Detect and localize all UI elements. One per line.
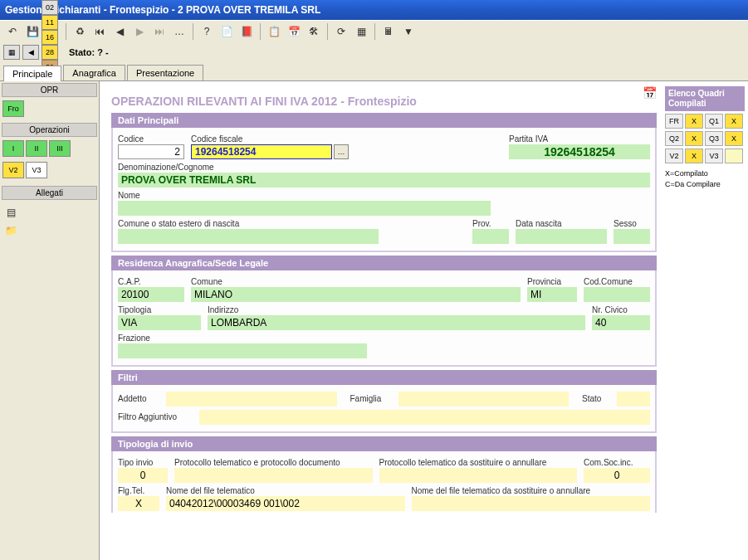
- comune-input[interactable]: MILANO: [191, 287, 521, 302]
- quadro-cell[interactable]: V2: [665, 149, 683, 163]
- addetto-input[interactable]: [166, 392, 337, 407]
- sub-q28[interactable]: 28: [42, 45, 58, 60]
- calc-icon[interactable]: 🖩: [379, 22, 398, 41]
- provincia-label: Provincia: [527, 277, 577, 286]
- quadro-cell[interactable]: X: [725, 131, 743, 146]
- clipboard-icon[interactable]: 📋: [265, 22, 283, 41]
- tab-presentazione[interactable]: Presentazione: [127, 65, 203, 80]
- filtroagg-label: Filtro Aggiuntivo: [118, 412, 193, 421]
- statof-input[interactable]: [617, 392, 650, 407]
- quadro-cell[interactable]: Q2: [665, 131, 683, 146]
- dropdown-icon[interactable]: ▦: [352, 22, 370, 41]
- next-icon[interactable]: ▶: [130, 22, 149, 41]
- v-button-V3[interactable]: V3: [26, 162, 47, 178]
- help-icon[interactable]: ?: [198, 22, 216, 41]
- indirizzo-label: Indirizzo: [208, 305, 585, 314]
- sub-grid-icon[interactable]: ▦: [3, 45, 20, 60]
- tools-icon[interactable]: 🛠: [305, 22, 323, 41]
- allegati-folder-icon[interactable]: 📁: [2, 222, 20, 240]
- indirizzo-input[interactable]: LOMBARDA: [208, 315, 585, 330]
- data-nasc-label: Data nascita: [516, 219, 607, 228]
- quadro-cell[interactable]: X: [685, 149, 703, 163]
- more-icon[interactable]: …: [170, 22, 188, 41]
- page-calendar-icon[interactable]: 📅: [643, 86, 657, 100]
- comsoc-input[interactable]: 0: [584, 468, 650, 483]
- sub-q11[interactable]: 11: [42, 15, 58, 30]
- codice-input[interactable]: 2: [118, 144, 184, 159]
- data-nasc-input[interactable]: [516, 229, 607, 244]
- quadro-cell[interactable]: X: [725, 114, 743, 129]
- allegati-list-icon[interactable]: ▤: [2, 203, 20, 222]
- frazione-label: Frazione: [118, 334, 367, 343]
- left-pane: OPR Fro Operazioni IIIIII V2V3 Allegati …: [0, 81, 100, 560]
- fro-button[interactable]: Fro: [2, 100, 24, 117]
- comune-nasc-input[interactable]: [118, 229, 379, 244]
- filtroagg-input[interactable]: [199, 410, 650, 425]
- civico-label: Nr. Civico: [592, 305, 650, 314]
- tab-principale[interactable]: Principale: [3, 66, 61, 81]
- calendar-icon[interactable]: 📅: [285, 22, 303, 41]
- refresh-icon[interactable]: ♻: [71, 22, 89, 41]
- operazioni-header: Operazioni: [2, 123, 97, 137]
- prot-sost-input[interactable]: [379, 468, 578, 483]
- comune-label: Comune: [191, 277, 521, 286]
- quadro-cell[interactable]: V3: [705, 149, 723, 163]
- nomefile-input[interactable]: 04042012\00003469 001\002: [166, 496, 405, 511]
- nomefile-sost-input[interactable]: [412, 496, 651, 511]
- section-residenza: Residenza Anagrafica/Sede Legale: [111, 256, 657, 270]
- sub-q16[interactable]: 16: [42, 30, 58, 45]
- cap-input[interactable]: 20100: [118, 287, 184, 302]
- v-button-V2[interactable]: V2: [2, 162, 24, 178]
- quadro-cell[interactable]: Q1: [705, 114, 723, 129]
- comune-nasc-label: Comune o stato estero di nascita: [118, 219, 466, 228]
- flgtel-input[interactable]: X: [118, 496, 159, 511]
- sync-icon[interactable]: ⟳: [332, 22, 350, 41]
- quadro-cell[interactable]: X: [685, 131, 703, 146]
- addetto-label: Addetto: [118, 394, 159, 403]
- tipo-invio-input[interactable]: 0: [118, 468, 168, 483]
- first-icon[interactable]: ⏮: [90, 22, 109, 41]
- sesso-label: Sesso: [614, 219, 650, 228]
- codcomune-label: Cod.Comune: [584, 277, 650, 286]
- famiglia-input[interactable]: [398, 392, 570, 407]
- cf-lookup-button[interactable]: …: [334, 144, 349, 159]
- book-icon[interactable]: 📕: [237, 22, 256, 41]
- codcomune-input[interactable]: [584, 287, 650, 302]
- quadro-cell[interactable]: [725, 149, 743, 163]
- quadro-cell[interactable]: FR: [665, 114, 683, 129]
- quadro-cell[interactable]: X: [685, 114, 703, 129]
- nome-input[interactable]: [118, 201, 491, 216]
- op-button-III[interactable]: III: [49, 140, 71, 157]
- denom-input[interactable]: PROVA OVER TREMILA SRL: [118, 173, 650, 187]
- prov-nasc-input[interactable]: [472, 229, 509, 244]
- allegati-header: Allegati: [2, 186, 97, 200]
- cf-input[interactable]: 19264518254: [191, 144, 332, 159]
- nomefile-label: Nome del file telematico: [166, 486, 405, 495]
- separator: [193, 23, 193, 40]
- quadro-cell[interactable]: Q3: [705, 131, 723, 146]
- provincia-input[interactable]: MI: [527, 287, 577, 302]
- separator: [66, 23, 66, 40]
- op-button-I[interactable]: I: [2, 140, 24, 157]
- undo-icon[interactable]: ↶: [3, 22, 22, 41]
- opr-header: OPR: [2, 83, 97, 97]
- last-icon[interactable]: ⏭: [150, 22, 169, 41]
- prot-tel-input[interactable]: [174, 468, 373, 483]
- sub-q02[interactable]: 02: [42, 0, 58, 15]
- section-filtri: Filtri: [111, 370, 657, 385]
- down-icon[interactable]: ▼: [399, 22, 418, 41]
- sub-left-icon[interactable]: ◀: [22, 45, 39, 60]
- civico-input[interactable]: 40: [592, 315, 650, 330]
- save-icon[interactable]: 💾: [23, 22, 42, 41]
- prev-icon[interactable]: ◀: [110, 22, 129, 41]
- tipologia-input[interactable]: VIA: [118, 315, 201, 330]
- denom-label: Denominazione/Cognome: [118, 163, 650, 172]
- tab-anagrafica[interactable]: Anagrafica: [63, 65, 125, 80]
- sesso-input[interactable]: [614, 229, 650, 244]
- frazione-input[interactable]: [118, 343, 367, 358]
- op-button-II[interactable]: II: [26, 140, 47, 157]
- section-tipologia-invio: Tipologia di invio: [111, 436, 657, 451]
- copy-icon[interactable]: 📄: [218, 22, 236, 41]
- flgtel-label: Flg.Tel.: [118, 486, 159, 495]
- statof-label: Stato: [582, 394, 610, 403]
